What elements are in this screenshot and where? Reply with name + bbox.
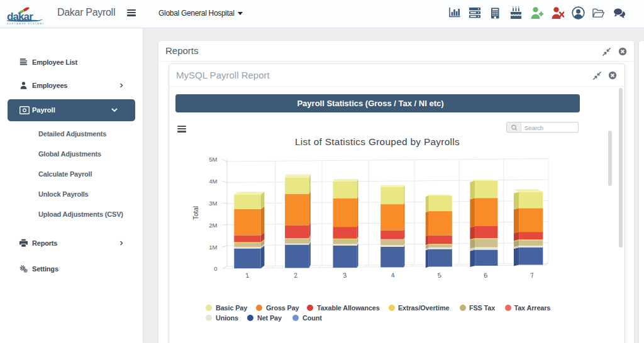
svg-text:1M: 1M	[209, 244, 217, 251]
svg-text:2: 2	[293, 271, 298, 280]
svg-text:Total: Total	[192, 206, 199, 220]
svg-text:7: 7	[530, 271, 535, 280]
svg-text:1: 1	[245, 271, 250, 280]
svg-text:2M: 2M	[209, 222, 217, 229]
svg-text:0: 0	[214, 265, 217, 272]
svg-text:6: 6	[483, 271, 488, 280]
svg-text:4M: 4M	[209, 178, 217, 185]
svg-text:3M: 3M	[209, 200, 217, 207]
svg-text:3: 3	[342, 271, 347, 280]
svg-text:5: 5	[437, 271, 442, 280]
svg-text:5M: 5M	[209, 156, 217, 163]
svg-text:4: 4	[391, 271, 396, 280]
